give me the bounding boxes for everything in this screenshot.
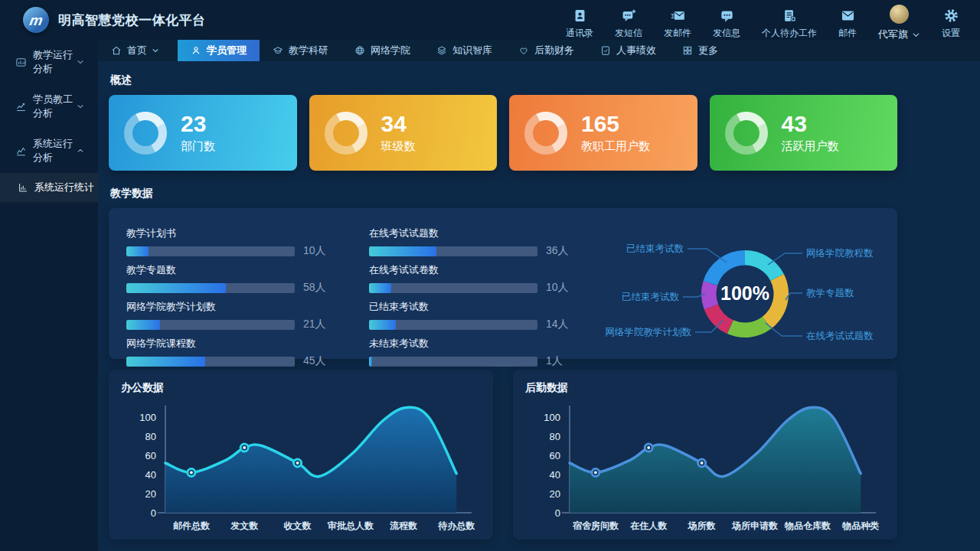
- bar-row: 1人: [369, 354, 586, 368]
- header-action-label: 通讯录: [566, 27, 593, 40]
- y-axis-tick-label: 100: [139, 412, 156, 423]
- bar-track: [369, 246, 537, 256]
- x-axis-category-label: 场所数: [688, 520, 717, 531]
- avatar: [890, 5, 909, 24]
- y-axis-tick-label: 40: [145, 469, 156, 481]
- y-axis-tick-label: 60: [145, 450, 156, 461]
- x-axis-category-label: 流程数: [390, 520, 418, 531]
- ring-icon: [124, 112, 167, 155]
- y-axis-tick-label: 0: [555, 507, 560, 519]
- bar-value: 36人: [546, 244, 569, 258]
- stat-card[interactable]: 43活跃用户数: [710, 95, 898, 171]
- office-data-panel: 办公数据 020406080100邮件总数发文数收文数审批总人数流程数待办总数: [109, 370, 493, 540]
- bar-value: 14人: [546, 318, 569, 331]
- bar-label: 未结束考试数: [369, 337, 586, 350]
- nav-item-heart[interactable]: 后勤财务: [505, 40, 587, 61]
- histogram-icon: [18, 182, 28, 193]
- nav-item-label: 知识智库: [452, 44, 492, 57]
- nav-item-label: 首页: [127, 44, 147, 57]
- bar-value: 45人: [303, 354, 326, 368]
- bar-row: 58人: [126, 281, 343, 295]
- bar-row: 14人: [369, 318, 586, 331]
- grid-icon: [682, 45, 693, 56]
- office-area-chart: 020406080100邮件总数发文数收文数审批总人数流程数待办总数: [121, 398, 478, 539]
- user-icon: [191, 45, 201, 56]
- settings-button[interactable]: 设置: [942, 1, 960, 40]
- donut-segment-label: 已结束考试数: [626, 243, 684, 254]
- sidebar-item-label: 学员教工分析: [33, 93, 77, 120]
- stat-card[interactable]: 165教职工用户数: [509, 95, 697, 171]
- bar-label: 在线考试试题数: [369, 227, 586, 240]
- bar-group: 在线考试试卷数10人: [369, 263, 586, 295]
- sidebar-item-bar-chart[interactable]: 教学运行分析: [0, 40, 98, 84]
- header-action-envelope[interactable]: 邮件: [838, 1, 857, 40]
- y-axis-tick-label: 60: [550, 450, 560, 461]
- bar-label: 网络学院教学计划数: [126, 300, 343, 314]
- y-axis-tick-label: 80: [145, 431, 156, 442]
- data-point-dot-center: [243, 446, 246, 449]
- header-action-mail-send[interactable]: 发邮件: [664, 1, 691, 40]
- bar-row: 21人: [126, 318, 343, 331]
- chevron-down-icon: [77, 103, 84, 110]
- nav-item-home[interactable]: 首页: [98, 40, 178, 61]
- y-axis-tick-label: 20: [550, 488, 560, 500]
- nav-item-clipboard-check[interactable]: 人事绩效: [587, 40, 669, 61]
- header-action-label: 个人待办工作: [762, 27, 817, 40]
- bar-value: 21人: [303, 318, 326, 331]
- line-chart-icon: [15, 101, 27, 112]
- sidebar-item-line-chart[interactable]: 学员教工分析: [0, 84, 98, 129]
- user-name: 代军旗: [878, 28, 908, 41]
- bar-track: [126, 357, 295, 367]
- nav-item-cap[interactable]: 教学科研: [260, 40, 341, 61]
- stat-card[interactable]: 34班级数: [309, 95, 498, 171]
- teaching-bars-right: 在线考试试题数36人在线考试试卷数10人已结束考试数14人未结束考试数1人: [369, 227, 586, 359]
- area-fill: [570, 407, 861, 513]
- header-action-sms-plus[interactable]: 发短信: [615, 1, 642, 40]
- top-nav: 首页学员管理教学科研网络学院知识智库后勤财务人事绩效更多: [98, 40, 980, 61]
- sidebar-subitem-histogram[interactable]: 系统运行统计: [0, 173, 98, 202]
- nav-item-layers[interactable]: 知识智库: [423, 40, 505, 61]
- header-action-label: 发信息: [713, 27, 740, 40]
- bar-fill: [369, 283, 391, 293]
- nav-item-grid[interactable]: 更多: [669, 40, 731, 61]
- bottom-charts-row: 办公数据 020406080100邮件总数发文数收文数审批总人数流程数待办总数 …: [109, 370, 897, 540]
- nav-item-user[interactable]: 学员管理: [178, 40, 260, 61]
- settings-label: 设置: [942, 27, 960, 40]
- chevron-down-icon: [77, 58, 84, 66]
- layers-icon: [436, 45, 447, 56]
- x-axis-category-label: 邮件总数: [173, 520, 211, 531]
- nav-item-label: 学员管理: [207, 44, 247, 57]
- user-menu[interactable]: 代军旗: [878, 0, 920, 41]
- bar-fill: [369, 320, 396, 330]
- bar-group: 网络学院课程数45人: [126, 337, 343, 368]
- overview-cards: 23部门数34班级数165教职工用户数43活跃用户数: [109, 95, 897, 171]
- chevron-down-icon: [912, 31, 920, 39]
- bar-row: 45人: [126, 354, 343, 368]
- sidebar-subitem-label: 系统运行统计: [34, 181, 94, 194]
- bar-label: 已结束考试数: [369, 300, 586, 314]
- bar-group: 已结束考试数14人: [369, 300, 586, 331]
- nav-item-label: 更多: [698, 44, 718, 57]
- stat-text: 34班级数: [381, 112, 416, 155]
- header-action-label: 邮件: [838, 27, 857, 40]
- x-axis-category-label: 待办总数: [437, 520, 475, 531]
- todo-list-icon: [782, 8, 797, 23]
- x-axis-category-label: 物品种类: [841, 520, 879, 531]
- stat-label: 教职工用户数: [581, 139, 650, 154]
- nav-item-label: 后勤财务: [534, 44, 574, 57]
- header-action-chat-bubble[interactable]: 发信息: [713, 1, 740, 40]
- stat-card[interactable]: 23部门数: [109, 95, 297, 171]
- sms-plus-icon: [622, 8, 636, 23]
- bar-fill: [126, 357, 205, 367]
- gear-icon: [944, 8, 959, 23]
- teaching-title: 教学数据: [110, 187, 897, 201]
- header-action-todo-list[interactable]: 个人待办工作: [762, 1, 817, 40]
- chevron-down-icon: [152, 47, 159, 54]
- bar-track: [369, 357, 537, 367]
- donut-segment: [703, 250, 745, 285]
- nav-item-globe[interactable]: 网络学院: [341, 40, 423, 61]
- bar-label: 教学计划书: [126, 227, 343, 240]
- sidebar-item-area-chart[interactable]: 系统运行分析: [0, 129, 98, 173]
- header-action-contact-book[interactable]: 通讯录: [566, 1, 593, 40]
- user-name-row: 代军旗: [878, 28, 920, 41]
